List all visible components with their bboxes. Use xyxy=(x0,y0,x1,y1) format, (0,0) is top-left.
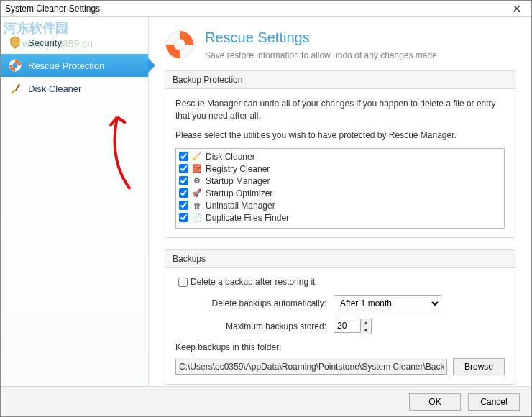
dialog-footer: OK Cancel xyxy=(1,386,531,416)
window-title: System Cleaner Settings xyxy=(5,4,100,14)
utility-label: Startup Optimizer xyxy=(206,188,272,198)
intro-text-1: Rescue Manager can undo all of your chan… xyxy=(175,98,505,122)
sidebar-item-label: Disk Cleaner xyxy=(28,83,81,94)
svg-line-2 xyxy=(16,84,19,91)
title-bar: System Cleaner Settings xyxy=(1,1,531,17)
rocket-icon: 🚀 xyxy=(192,188,202,198)
utility-checkbox[interactable] xyxy=(179,164,188,173)
utility-label: Uninstall Manager xyxy=(206,201,275,211)
auto-delete-label: Delete backups automatically: xyxy=(175,298,326,308)
ok-button[interactable]: OK xyxy=(409,393,461,411)
utility-label: Registry Cleaner xyxy=(206,164,270,174)
utility-row[interactable]: 🧹Disk Cleaner xyxy=(178,150,503,162)
spinner-down-icon[interactable]: ▼ xyxy=(361,326,371,334)
utility-checkbox[interactable] xyxy=(179,152,188,161)
utility-checkbox[interactable] xyxy=(179,201,188,210)
uninstall-icon: 🗑 xyxy=(192,201,202,211)
folder-path-input[interactable] xyxy=(175,359,447,375)
section-backup-protection: Backup Protection Rescue Manager can und… xyxy=(165,70,515,238)
utility-label: Duplicate Files Finder xyxy=(206,213,289,223)
sidebar-item-rescue[interactable]: Rescue Protection xyxy=(1,54,148,77)
svg-point-4 xyxy=(174,39,185,50)
utility-row[interactable]: ⚙Startup Manager xyxy=(178,175,503,187)
max-stored-spinner[interactable]: ▲ ▼ xyxy=(334,319,372,334)
close-button[interactable] xyxy=(507,2,527,15)
utility-row[interactable]: 🚀Startup Optimizer xyxy=(178,187,503,199)
utility-checkbox[interactable] xyxy=(179,176,188,185)
folder-label: Keep backups in this folder: xyxy=(175,342,505,354)
utility-row[interactable]: 🗑Uninstall Manager xyxy=(178,199,503,211)
utility-row[interactable]: 🧱Registry Cleaner xyxy=(178,162,503,175)
delete-after-restore-checkbox[interactable] xyxy=(178,278,188,287)
cancel-button[interactable]: Cancel xyxy=(468,393,520,411)
section-title: Backup Protection xyxy=(165,71,515,89)
section-backups: Backups Delete a backup after restoring … xyxy=(165,249,515,385)
utility-label: Disk Cleaner xyxy=(206,152,255,162)
max-stored-input[interactable] xyxy=(334,319,361,333)
utility-checkbox[interactable] xyxy=(179,213,188,222)
sidebar-item-label: Security xyxy=(28,37,62,48)
page-subtitle: Save restore information to allow undo o… xyxy=(205,50,437,60)
startup-icon: ⚙ xyxy=(192,176,202,186)
lifebuoy-large-icon xyxy=(165,29,195,60)
page-title: Rescue Settings xyxy=(205,29,437,46)
utility-label: Startup Manager xyxy=(206,176,270,186)
broom-icon xyxy=(8,81,22,96)
max-stored-label: Maximum backups stored: xyxy=(175,321,326,331)
delete-after-restore-label: Delete a backup after restoring it xyxy=(191,277,315,287)
section-title: Backups xyxy=(165,250,515,268)
sidebar-item-label: Rescue Protection xyxy=(28,60,104,71)
registry-icon: 🧱 xyxy=(192,164,202,174)
annotation-arrow-icon xyxy=(94,110,145,196)
auto-delete-select[interactable]: After 1 month xyxy=(334,295,441,311)
sidebar-item-security[interactable]: Security xyxy=(1,31,148,54)
broom-icon: 🧹 xyxy=(192,152,202,162)
spinner-up-icon[interactable]: ▲ xyxy=(361,319,371,326)
lifebuoy-icon xyxy=(8,58,22,73)
utility-row[interactable]: 📄Duplicate Files Finder xyxy=(178,211,503,224)
sidebar: 河东软件园 www.pc0359.cn Security Rescue Prot… xyxy=(1,17,149,386)
sidebar-item-disk-cleaner[interactable]: Disk Cleaner xyxy=(1,77,148,100)
shield-icon xyxy=(8,35,22,50)
utility-checkbox[interactable] xyxy=(179,188,188,198)
content-area: Rescue Settings Save restore information… xyxy=(149,17,531,386)
browse-button[interactable]: Browse xyxy=(453,358,505,375)
svg-point-1 xyxy=(13,63,18,68)
utilities-list[interactable]: 🧹Disk Cleaner 🧱Registry Cleaner ⚙Startup… xyxy=(175,148,505,229)
duplicate-icon: 📄 xyxy=(192,213,202,223)
intro-text-2: Please select the utilities you wish to … xyxy=(175,129,505,142)
